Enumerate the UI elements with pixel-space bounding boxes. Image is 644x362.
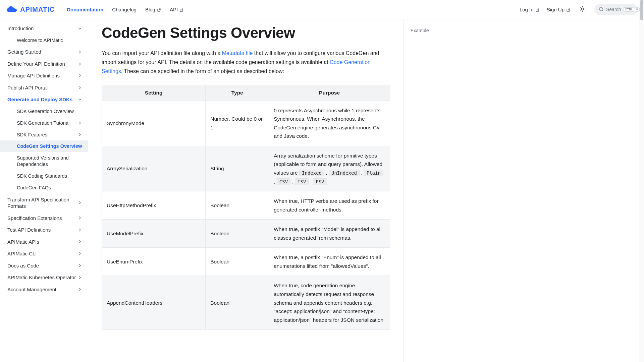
sidebar-item[interactable]: APIMatic APIs <box>0 236 88 248</box>
search-button[interactable]: Search CTRL K <box>594 4 638 15</box>
nav-changelog[interactable]: Changelog <box>112 7 137 12</box>
cell-type: Boolean <box>206 276 269 330</box>
table-row: ArraySerializationStringArray serializat… <box>102 146 390 191</box>
code-literal: TSV <box>295 178 309 185</box>
th-purpose: Purpose <box>269 85 390 101</box>
sidebar-item-label: Test API Definitions <box>7 227 51 233</box>
cell-type: Boolean <box>206 220 269 248</box>
search-label: Search <box>606 7 621 12</box>
chevron-right-icon <box>77 263 83 268</box>
nav-blog-label: Blog <box>145 7 155 12</box>
chevron-right-icon <box>77 85 83 90</box>
nav-documentation[interactable]: Documentation <box>67 7 103 12</box>
settings-table: Setting Type Purpose SynchronyModeNumber… <box>102 85 390 330</box>
table-row: AppendContentHeadersBooleanWhen true, co… <box>102 276 390 330</box>
sidebar-item[interactable]: SDK Coding Standards <box>0 170 88 182</box>
sidebar-item[interactable]: Specification Extensions <box>0 212 88 224</box>
chevron-right-icon <box>77 49 83 55</box>
cell-setting: AppendContentHeaders <box>102 276 206 330</box>
doc-sidebar[interactable]: IntroductionWelcome to APIMaticGetting S… <box>0 19 88 362</box>
nav-signup[interactable]: Sign Up <box>547 7 570 12</box>
sidebar-item-label: Transform API Specification Formats <box>7 196 77 209</box>
cell-type: Boolean <box>206 191 269 220</box>
sidebar-item[interactable]: Getting Started <box>0 46 88 58</box>
nav-api[interactable]: API <box>170 7 183 12</box>
sidebar-item-label: Publish API Portal <box>7 84 48 91</box>
intro-post: . These can be specified in the form of … <box>121 68 284 74</box>
cell-purpose: Array serialization scheme for primitive… <box>269 146 390 191</box>
toc-example[interactable]: Example <box>411 28 501 33</box>
sidebar-item[interactable]: Generate and Deploy SDKs <box>0 94 88 106</box>
sidebar-item[interactable]: Account Management <box>0 284 88 296</box>
code-literal: CSV <box>277 178 290 185</box>
chevron-right-icon <box>77 251 83 256</box>
chevron-down-icon <box>77 97 83 102</box>
sidebar-item[interactable]: SDK Generation Tutorial <box>0 117 88 129</box>
cell-setting: UseEnumPrefix <box>102 248 206 276</box>
page-scrollbar[interactable] <box>639 0 644 362</box>
cell-purpose: When true, a postfix "Enum" is appended … <box>269 248 390 276</box>
table-of-contents: Example <box>404 19 508 362</box>
sidebar-item[interactable]: APIMatic Kubernetes Operator <box>0 272 88 284</box>
cell-type: Number. Could be 0 or 1. <box>206 101 269 146</box>
nav-signup-label: Sign Up <box>547 7 565 12</box>
sidebar-item-label: SDK Generation Tutorial <box>17 120 69 126</box>
nav-api-label: API <box>170 7 178 12</box>
chevron-right-icon <box>77 239 83 244</box>
sidebar-item-label: CodeGen Settings Overview <box>17 143 82 149</box>
sidebar-item[interactable]: SDK Generation Overview <box>0 106 88 117</box>
sidebar-item[interactable]: Docs as Code <box>0 260 88 272</box>
sidebar-item[interactable]: Define Your API Definition <box>0 58 88 70</box>
nav-login-label: Log In <box>520 7 534 12</box>
sidebar-item-label: Docs as Code <box>7 262 39 269</box>
sidebar-item[interactable]: Manage API Definitions <box>0 70 88 82</box>
sidebar-item-label: Supported Versions and Dependencies <box>17 155 83 168</box>
chevron-down-icon <box>77 26 83 31</box>
page-title: CodeGen Settings Overview <box>102 24 390 41</box>
table-row: UseHttpMethodPrefixBooleanWhen true, HTT… <box>102 191 390 220</box>
sidebar-item[interactable]: Introduction <box>0 22 88 35</box>
brand-text: APIMATIC <box>20 6 55 13</box>
table-row: UseModelPrefixBooleanWhen true, a postfi… <box>102 220 390 248</box>
cell-purpose: When true, code generation engine automa… <box>269 276 390 330</box>
nav-left: APIMATIC Documentation Changelog Blog AP… <box>6 6 183 13</box>
cell-type: Boolean <box>206 248 269 276</box>
sidebar-item[interactable]: APIMatic CLI <box>0 248 88 260</box>
brand-logo[interactable]: APIMATIC <box>6 6 55 13</box>
scrollbar-thumb[interactable] <box>640 0 643 20</box>
sidebar-item[interactable]: SDK Features <box>0 129 88 141</box>
chevron-right-icon <box>77 287 83 292</box>
external-link-icon <box>535 7 539 11</box>
external-link-icon <box>566 7 570 11</box>
th-setting: Setting <box>102 85 206 101</box>
code-literal: PSV <box>313 178 327 185</box>
table-row: SynchronyModeNumber. Could be 0 or 1.0 r… <box>102 101 390 146</box>
sidebar-item[interactable]: Test API Definitions <box>0 224 88 236</box>
sidebar-item-label: SDK Generation Overview <box>17 108 74 115</box>
sidebar-item[interactable]: Transform API Specification Formats <box>0 194 88 212</box>
top-navbar: APIMATIC Documentation Changelog Blog AP… <box>0 0 644 19</box>
nav-login[interactable]: Log In <box>520 7 539 12</box>
sun-icon <box>579 8 586 13</box>
sidebar-item[interactable]: Supported Versions and Dependencies <box>0 152 88 170</box>
nav-blog[interactable]: Blog <box>145 7 161 12</box>
th-type: Type <box>206 85 269 101</box>
search-shortcut: CTRL K <box>624 7 640 12</box>
external-link-icon <box>179 7 183 11</box>
sidebar-item[interactable]: Publish API Portal <box>0 82 88 94</box>
nav-right: Log In Sign Up Search CTRL K <box>520 4 638 15</box>
chevron-right-icon <box>77 200 83 205</box>
cell-setting: ArraySerialization <box>102 146 206 191</box>
metadata-file-link[interactable]: Metadata file <box>222 50 253 56</box>
sidebar-item-label: SDK Coding Standards <box>17 173 67 179</box>
sidebar-item-label: Manage API Definitions <box>7 72 60 79</box>
sidebar-item[interactable]: Welcome to APIMatic <box>0 35 88 46</box>
kbd-k: K <box>635 7 640 12</box>
article: CodeGen Settings Overview You can import… <box>88 19 404 362</box>
sidebar-item-label: CodeGen FAQs <box>17 185 51 191</box>
sidebar-item[interactable]: CodeGen FAQs <box>0 182 88 194</box>
sidebar-item[interactable]: CodeGen Settings Overview <box>0 140 88 152</box>
theme-toggle-button[interactable] <box>578 4 587 15</box>
intro-pre: You can import your API definition file … <box>102 50 222 56</box>
cell-purpose: When true, HTTP verbs are used as prefix… <box>269 191 390 220</box>
